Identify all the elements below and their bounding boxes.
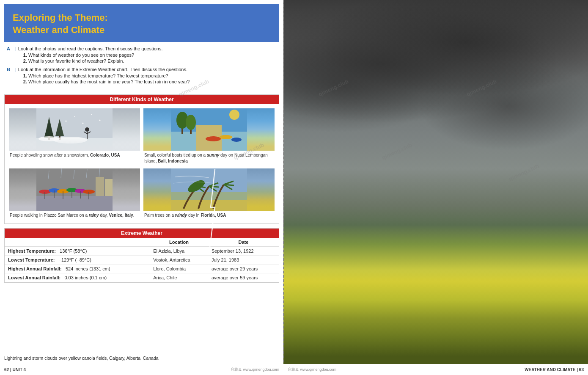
row-date: average over 59 years bbox=[208, 273, 279, 282]
row-label: Lowest Temperature: −129°F (−89°C) bbox=[5, 256, 150, 265]
row-location: Lloro, Colombia bbox=[150, 265, 208, 273]
row-label: Highest Annual Rainfall: 524 inches (133… bbox=[5, 265, 150, 273]
extreme-weather-title: Extreme Weather bbox=[5, 229, 279, 238]
photo-rain-img bbox=[9, 168, 140, 211]
row-value: 136°F (58°C) bbox=[60, 248, 87, 254]
section-a-list: What kinds of weather do you see on thes… bbox=[18, 52, 163, 63]
svg-point-27 bbox=[231, 138, 242, 142]
svg-point-25 bbox=[206, 136, 221, 141]
instruction-a-row: A | Look at the photos and read the capt… bbox=[7, 46, 277, 64]
photo-caption-snow: People shoveling snow after a snowstorm,… bbox=[9, 151, 140, 159]
section-a-label: A bbox=[7, 46, 14, 51]
section-b-item-1: Which place has the highest temperature?… bbox=[23, 73, 190, 78]
page-footer: 62 | UNIT 4 启蒙豆 www.qimengdou.com 启蒙豆 ww… bbox=[0, 364, 588, 375]
col-header-label bbox=[5, 238, 150, 247]
svg-point-13 bbox=[99, 120, 101, 121]
photo-snow-img bbox=[9, 108, 140, 151]
footer-right: 启蒙豆 www.qimengdou.com WEATHER AND CLIMAT… bbox=[283, 367, 588, 372]
svg-rect-49 bbox=[105, 179, 113, 196]
extreme-weather-table: Location Date Highest Temperature: 136°F… bbox=[5, 238, 279, 282]
table-row: Lowest Annual Rainfall: 0.03 inches (0.1… bbox=[5, 273, 279, 282]
title-line1: Exploring the Theme: bbox=[13, 12, 108, 23]
header-box: Exploring the Theme: Weather and Climate bbox=[4, 4, 279, 42]
svg-rect-6 bbox=[59, 136, 60, 140]
photo-cell-snow: People shoveling snow after a snowstorm,… bbox=[7, 107, 142, 167]
svg-point-14 bbox=[85, 127, 89, 132]
section-b-label: B bbox=[7, 67, 14, 72]
svg-rect-48 bbox=[96, 177, 104, 196]
left-page-num: 62 | UNIT 4 bbox=[4, 367, 26, 372]
table-row: Highest Annual Rainfall: 524 inches (133… bbox=[5, 265, 279, 273]
svg-point-28 bbox=[229, 110, 239, 120]
row-value: −129°F (−89°C) bbox=[59, 257, 91, 262]
photo-caption-rain: People walking in Piazzo San Marco on a … bbox=[9, 211, 140, 219]
photo-caption-sunny: Small, colorful boats tied up on a sunny… bbox=[143, 151, 275, 165]
row-location: Vostok, Antarctica bbox=[150, 256, 208, 265]
lightning-icon bbox=[207, 169, 220, 254]
row-date: average over 29 years bbox=[208, 265, 279, 273]
photo-box: Different Kinds of Weather bbox=[4, 94, 279, 224]
footer-left: 62 | UNIT 4 启蒙豆 www.qimengdou.com bbox=[0, 367, 283, 372]
photo-grid: People shoveling snow after a snowstorm,… bbox=[5, 104, 279, 223]
row-value: 0.03 inches (0.1 cm) bbox=[64, 275, 107, 280]
section-b-list: Which place has the highest temperature?… bbox=[18, 73, 190, 84]
table-row: Lowest Temperature: −129°F (−89°C) Vosto… bbox=[5, 256, 279, 265]
row-label: Highest Temperature: 136°F (58°C) bbox=[5, 247, 150, 256]
svg-point-26 bbox=[220, 135, 232, 139]
svg-rect-1 bbox=[36, 138, 113, 151]
svg-point-7 bbox=[38, 136, 60, 141]
table-row: Highest Temperature: 136°F (58°C) El Azi… bbox=[5, 247, 279, 256]
svg-point-11 bbox=[82, 123, 84, 124]
section-a-item-1: What kinds of weather do you see on thes… bbox=[23, 52, 163, 58]
left-brand: 启蒙豆 www.qimengdou.com bbox=[231, 367, 279, 372]
page-title: Exploring the Theme: Weather and Climate bbox=[13, 12, 271, 36]
section-b-item-2: Which place usually has the most rain in… bbox=[23, 79, 190, 84]
table-header-row: Location Date bbox=[5, 238, 279, 247]
left-page: Exploring the Theme: Weather and Climate… bbox=[0, 0, 283, 375]
svg-point-9 bbox=[66, 121, 67, 122]
section-b-text: Look at the information in the Extreme W… bbox=[18, 67, 187, 72]
section-a-item-2: What is your favorite kind of weather? E… bbox=[23, 58, 163, 63]
svg-point-12 bbox=[91, 114, 92, 115]
row-label: Lowest Annual Rainfall: 0.03 inches (0.1… bbox=[5, 273, 150, 282]
row-date: July 21, 1983 bbox=[208, 256, 279, 265]
section-a-text: Look at the photos and read the captions… bbox=[18, 46, 163, 51]
photo-sunny-img bbox=[143, 108, 275, 151]
row-location: El Azizia, Libya bbox=[150, 247, 208, 256]
photo-cell-rain: People walking in Piazzo San Marco on a … bbox=[7, 167, 142, 221]
svg-point-24 bbox=[186, 115, 196, 130]
page-divider bbox=[283, 0, 284, 375]
svg-rect-30 bbox=[36, 196, 113, 211]
title-line2: Weather and Climate bbox=[13, 25, 104, 35]
photo-cell-sunny: Small, colorful boats tied up on a sunny… bbox=[142, 107, 276, 167]
instructions-section: A | Look at the photos and read the capt… bbox=[0, 42, 283, 90]
right-page-num: WEATHER AND CLIMATE | 63 bbox=[525, 367, 584, 372]
col-header-location: Location bbox=[150, 238, 208, 247]
svg-point-10 bbox=[74, 116, 75, 117]
svg-point-8 bbox=[53, 137, 87, 143]
bottom-caption: Lightning and storm clouds over yellow c… bbox=[0, 354, 283, 362]
extreme-table-body: Highest Temperature: 136°F (58°C) El Azi… bbox=[5, 247, 279, 282]
row-location: Arica, Chile bbox=[150, 273, 208, 282]
right-brand: 启蒙豆 www.qimengdou.com bbox=[288, 367, 336, 372]
extreme-weather-box: Extreme Weather Location Date Highest Te… bbox=[4, 228, 279, 283]
instruction-b-row: B | Look at the information in the Extre… bbox=[7, 67, 277, 85]
row-value: 524 inches (1331 cm) bbox=[66, 266, 110, 271]
photo-box-title: Different Kinds of Weather bbox=[5, 95, 279, 104]
